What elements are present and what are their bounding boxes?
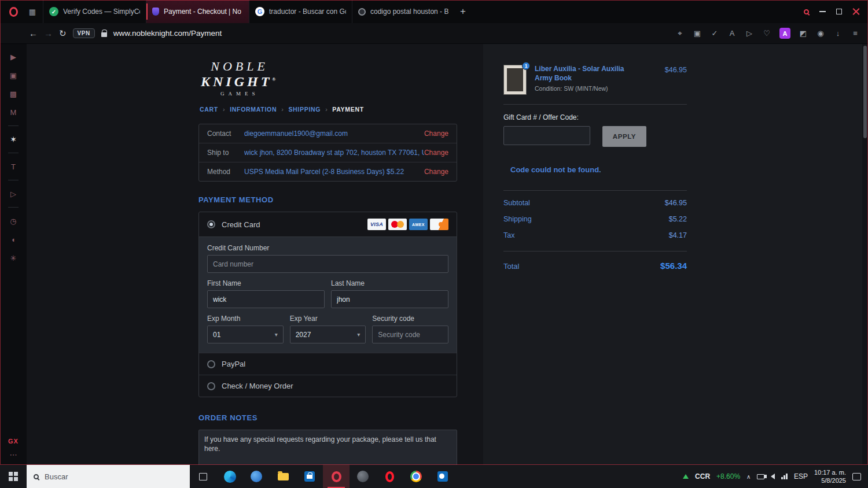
scrollbar-thumb[interactable]	[863, 46, 867, 138]
credit-card-option[interactable]: Credit Card VISA AMEX	[199, 212, 457, 236]
minimize-button[interactable]	[819, 11, 826, 12]
search-input[interactable]	[45, 472, 160, 481]
visa-icon: VISA	[367, 219, 386, 230]
send-to-device-icon[interactable]: ▷	[745, 29, 754, 38]
tray-expand-icon[interactable]: ∧	[746, 474, 751, 480]
gx-store-label[interactable]: GX	[8, 438, 19, 445]
first-name-input[interactable]	[207, 290, 325, 308]
security-code-input[interactable]	[372, 326, 448, 343]
maximize-button[interactable]	[836, 9, 842, 14]
breadcrumb-information[interactable]: INFORMATION	[230, 106, 277, 113]
breadcrumb-shipping[interactable]: SHIPPING	[288, 106, 321, 113]
taskbar-explorer[interactable]	[270, 465, 296, 488]
credit-card-radio[interactable]	[207, 220, 215, 228]
vpn-badge[interactable]: VPN	[73, 28, 95, 38]
new-tab-button[interactable]: +	[455, 3, 471, 20]
gift-card-label: Gift Card # / Offer Code:	[503, 113, 687, 121]
page-scrollbar[interactable]	[862, 44, 868, 465]
hot-tabs-icon[interactable]: ✶	[0, 130, 27, 149]
close-button[interactable]	[852, 8, 860, 16]
downloads-icon[interactable]: ↓	[833, 29, 843, 38]
taskbar-edge[interactable]	[216, 465, 243, 488]
card-number-input[interactable]	[207, 255, 448, 273]
task-view-button[interactable]	[190, 465, 216, 488]
tab-payment-checkout[interactable]: Payment - Checkout | No	[146, 0, 249, 23]
mods-icon[interactable]: ▩	[0, 84, 27, 103]
twitch-icon[interactable]: T	[0, 157, 27, 176]
change-shipto-link[interactable]: Change	[424, 149, 448, 157]
gift-card-input[interactable]	[503, 126, 590, 145]
profile-avatar[interactable]: A	[779, 28, 790, 39]
edge-icon	[224, 471, 236, 483]
registered-mark: ®	[272, 77, 278, 82]
taskbar-store[interactable]	[296, 465, 323, 488]
taskbar-opera[interactable]	[376, 465, 403, 488]
notification-center-icon[interactable]	[852, 473, 861, 480]
taskbar-outlook[interactable]	[429, 465, 456, 488]
credit-card-form: Credit Card Number First Name Last Name …	[199, 236, 457, 353]
url-text[interactable]: www.nobleknight.com/Payment	[113, 29, 222, 38]
ticker-symbol[interactable]: CCR	[695, 472, 710, 480]
settings-icon[interactable]: ✳	[0, 249, 27, 267]
clock[interactable]: 10:17 a. m. 5/8/2025	[814, 468, 846, 485]
package-icon[interactable]: ▣	[0, 66, 27, 84]
player-icon[interactable]: ▷	[0, 184, 27, 203]
lock-icon[interactable]	[101, 32, 107, 37]
ticker-change[interactable]: +8.60%	[716, 472, 740, 480]
last-name-input[interactable]	[331, 290, 448, 308]
keyboard-language[interactable]: ESP	[794, 472, 808, 480]
pin-icon[interactable]: ⌖	[675, 29, 685, 38]
paypal-option[interactable]: PayPal	[199, 353, 457, 375]
messenger-icon[interactable]: M	[0, 103, 27, 121]
subtotal-row: Subtotal $46.95	[503, 199, 687, 207]
book-cover-image	[507, 68, 523, 91]
tab-codigo-postal[interactable]: codigo postal houston - B	[352, 0, 455, 23]
check-money-order-option[interactable]: Check / Money Order	[199, 375, 457, 397]
forward-icon[interactable]: →	[44, 28, 53, 38]
paypal-radio[interactable]	[207, 360, 215, 368]
translate-icon[interactable]: A	[727, 29, 737, 38]
history-icon[interactable]: ◷	[0, 212, 27, 230]
order-notes-textarea[interactable]	[198, 430, 457, 465]
tab-traductor[interactable]: G traductor - Buscar con Go	[249, 0, 352, 23]
opera-gx-menu-icon[interactable]	[6, 4, 21, 19]
start-button[interactable]	[0, 465, 27, 488]
wifi-icon[interactable]	[781, 474, 788, 479]
taskbar-opera-gx-active[interactable]	[323, 465, 350, 488]
display-tray-icon[interactable]	[757, 474, 764, 479]
discord-icon[interactable]: ◖	[0, 230, 27, 249]
tab-verify-codes[interactable]: ✓ Verify Codes — SimplyCo	[43, 0, 146, 23]
taskbar-browser-app[interactable]	[243, 465, 270, 488]
total-value: $56.34	[660, 261, 687, 271]
item-title-link[interactable]: Liber Auxilia - Solar Auxilia Army Book	[535, 65, 638, 83]
exp-year-select[interactable]: 2027 ▾	[290, 326, 366, 343]
breadcrumb-cart[interactable]: CART	[200, 106, 218, 113]
taskbar-search[interactable]	[27, 465, 190, 488]
tab-search-icon[interactable]	[804, 9, 809, 14]
extensions-icon[interactable]: ◩	[799, 29, 808, 38]
snapshot-icon[interactable]: ▣	[693, 29, 702, 38]
account-icon[interactable]: ◉	[816, 29, 825, 38]
first-name-label: First Name	[207, 279, 325, 287]
change-contact-link[interactable]: Change	[424, 130, 448, 138]
change-method-link[interactable]: Change	[424, 168, 448, 176]
sidebar-divider	[8, 207, 19, 208]
payment-methods-box: Credit Card VISA AMEX Credit Card Number…	[198, 212, 457, 397]
speaker-icon[interactable]	[771, 474, 775, 479]
apply-button[interactable]: APPLY	[602, 126, 646, 147]
breadcrumb-separator: ›	[223, 106, 225, 113]
exp-month-select[interactable]: 01 ▾	[207, 326, 284, 343]
favorites-heart-icon[interactable]: ♡	[762, 29, 771, 38]
sidebar-more-icon[interactable]: ⋯	[10, 450, 17, 459]
speed-dial-icon[interactable]: ▶	[0, 47, 27, 66]
chrome-icon	[410, 471, 422, 482]
taskbar-app-gray[interactable]	[350, 465, 376, 488]
sidebar-divider	[8, 125, 19, 126]
check-radio[interactable]	[207, 382, 215, 390]
bookmark-icon[interactable]: ✓	[710, 29, 719, 38]
menu-icon[interactable]: ≡	[851, 29, 860, 38]
workspace-icon[interactable]: ▦	[25, 5, 39, 19]
back-icon[interactable]: ←	[29, 28, 38, 38]
reload-icon[interactable]: ↻	[59, 28, 67, 39]
taskbar-chrome[interactable]	[403, 465, 429, 488]
